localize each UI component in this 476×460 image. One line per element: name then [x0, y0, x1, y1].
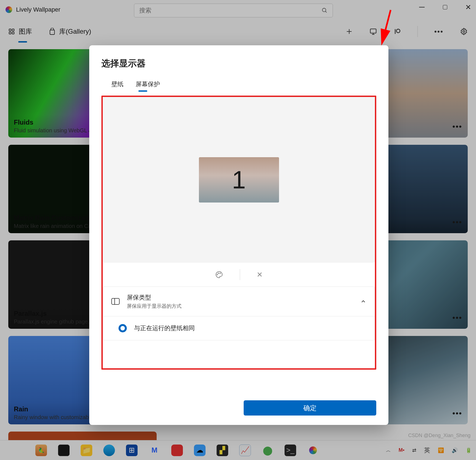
radio-selected-icon	[119, 324, 127, 332]
monitor-thumbnail[interactable]: 1	[199, 157, 279, 203]
radio-label: 与正在运行的壁纸相同	[134, 324, 195, 332]
dialog-tab-screensaver[interactable]: 屏幕保护	[136, 80, 160, 91]
svg-point-19	[220, 273, 221, 274]
svg-point-17	[217, 274, 218, 275]
setting-title: 屏保类型	[127, 293, 353, 302]
radio-option-same-as-wallpaper[interactable]: 与正在运行的壁纸相同	[103, 316, 375, 340]
separator	[240, 269, 240, 280]
select-display-dialog: 选择显示器 壁纸 屏幕保护 1 ✕ 屏保类型 屏保应用于显示器的方式 与正在运行…	[89, 45, 388, 425]
display-preview-area: 1	[103, 97, 375, 263]
annotation-highlight-box: 1 ✕ 屏保类型 屏保应用于显示器的方式 与正在运行的壁纸相同	[101, 96, 376, 370]
ok-button[interactable]: 确定	[244, 400, 376, 416]
layout-icon	[111, 298, 120, 305]
dialog-title: 选择显示器	[101, 57, 376, 70]
palette-icon	[215, 270, 223, 279]
monitor-number: 1	[232, 166, 246, 194]
setting-subtitle: 屏保应用于显示器的方式	[127, 303, 353, 309]
screensaver-type-row[interactable]: 屏保类型 屏保应用于显示器的方式	[103, 286, 375, 316]
dialog-tab-wallpaper[interactable]: 壁纸	[111, 80, 123, 91]
customize-button[interactable]	[215, 270, 223, 279]
annotation-arrow	[378, 7, 395, 46]
chevron-up-icon	[360, 298, 366, 304]
svg-point-18	[218, 273, 219, 274]
svg-line-1	[383, 10, 391, 38]
remove-button[interactable]: ✕	[257, 270, 263, 279]
